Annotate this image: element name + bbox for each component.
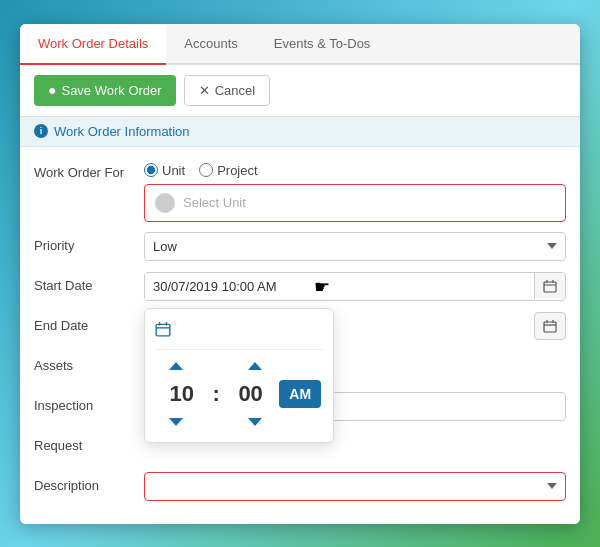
tp-down-row xyxy=(155,414,323,430)
tp-hours-down-button[interactable] xyxy=(159,414,193,430)
tab-work-order-details[interactable]: Work Order Details xyxy=(20,24,166,65)
start-date-control: ☛ xyxy=(144,272,566,301)
tp-minutes-display: 00 xyxy=(226,381,276,407)
end-calendar-icon xyxy=(543,319,557,333)
svg-rect-0 xyxy=(544,282,556,292)
description-select[interactable] xyxy=(144,472,566,501)
tp-up-row xyxy=(155,358,323,374)
unit-avatar-circle xyxy=(155,193,175,213)
start-date-label: Start Date xyxy=(34,272,144,293)
tab-bar: Work Order Details Accounts Events & To-… xyxy=(20,24,580,65)
description-row: Description xyxy=(34,472,566,502)
svg-rect-12 xyxy=(544,322,556,332)
project-radio[interactable] xyxy=(199,163,213,177)
calendar-icon xyxy=(543,279,557,293)
tp-calendar-icon[interactable] xyxy=(155,321,171,341)
time-picker-popup: 10 : 00 AM xyxy=(144,308,334,443)
tab-events-todos[interactable]: Events & To-Dos xyxy=(256,24,389,65)
tp-hours-up-button[interactable] xyxy=(159,358,193,374)
section-title: Work Order Information xyxy=(54,124,190,139)
info-icon: i xyxy=(34,124,48,138)
form-body: Work Order For Unit Project Select Unit xyxy=(20,147,580,524)
modal-container: Work Order Details Accounts Events & To-… xyxy=(20,24,580,524)
tp-ampm-button[interactable]: AM xyxy=(279,380,321,408)
tp-minutes-up-button[interactable] xyxy=(238,358,272,374)
end-date-calendar-button[interactable] xyxy=(534,312,566,340)
assets-label: Assets xyxy=(34,352,144,373)
work-order-for-controls: Unit Project Select Unit xyxy=(144,159,566,222)
tp-minutes-down-button[interactable] xyxy=(238,414,272,430)
tp-hours-display: 10 xyxy=(157,381,207,407)
priority-select[interactable]: Low Medium High Urgent xyxy=(144,232,566,261)
start-date-calendar-button[interactable] xyxy=(534,273,565,299)
end-date-label: End Date xyxy=(34,312,144,333)
unit-radio-label[interactable]: Unit xyxy=(144,163,185,178)
tp-colon: : xyxy=(211,381,222,407)
cancel-button[interactable]: ✕ Cancel xyxy=(184,75,270,106)
start-date-input-wrap xyxy=(144,272,566,301)
start-date-input[interactable] xyxy=(145,273,534,300)
select-unit-box[interactable]: Select Unit xyxy=(144,184,566,222)
section-header: i Work Order Information xyxy=(20,117,580,147)
request-label: Request xyxy=(34,432,144,453)
svg-rect-4 xyxy=(156,324,170,335)
work-order-for-label: Work Order For xyxy=(34,159,144,180)
priority-control: Low Medium High Urgent xyxy=(144,232,566,261)
cancel-icon: ✕ xyxy=(199,83,210,98)
unit-radio[interactable] xyxy=(144,163,158,177)
select-unit-placeholder: Select Unit xyxy=(183,195,246,210)
start-date-row: Start Date ☛ xyxy=(34,272,566,302)
toolbar: ● Save Work Order ✕ Cancel xyxy=(20,65,580,117)
inspection-label: Inspection xyxy=(34,392,144,413)
project-radio-label[interactable]: Project xyxy=(199,163,257,178)
description-label: Description xyxy=(34,472,144,493)
save-work-order-button[interactable]: ● Save Work Order xyxy=(34,75,176,106)
priority-row: Priority Low Medium High Urgent xyxy=(34,232,566,262)
description-control xyxy=(144,472,566,501)
tp-values-row: 10 : 00 AM xyxy=(155,374,323,414)
radio-group-unit-project: Unit Project xyxy=(144,159,566,178)
tab-accounts[interactable]: Accounts xyxy=(166,24,255,65)
work-order-for-row: Work Order For Unit Project Select Unit xyxy=(34,159,566,222)
save-icon: ● xyxy=(48,82,56,98)
priority-label: Priority xyxy=(34,232,144,253)
